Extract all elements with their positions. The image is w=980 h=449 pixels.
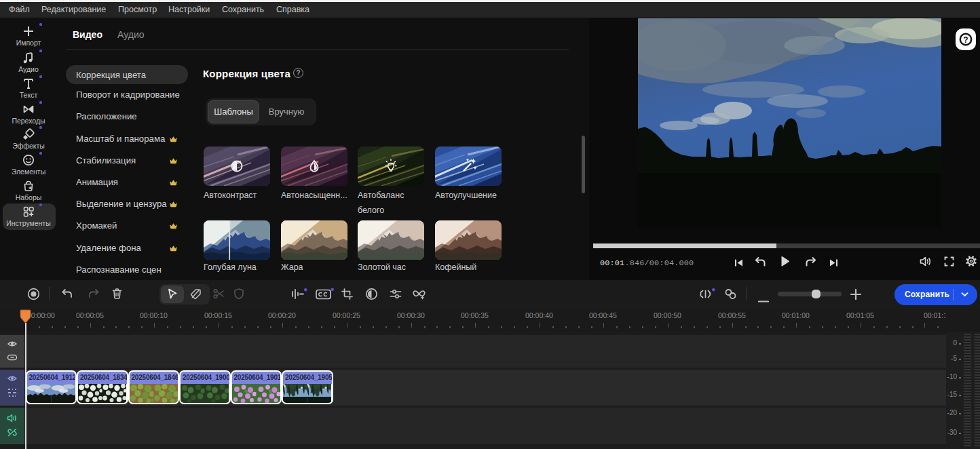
svg-text:?: ? xyxy=(963,35,968,45)
